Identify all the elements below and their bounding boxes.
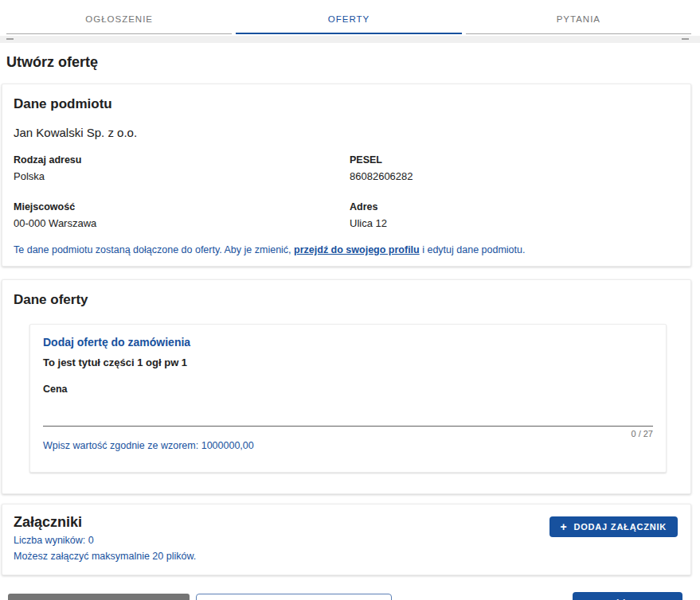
- field-label: Miejscowość: [14, 201, 350, 212]
- tab-oferty[interactable]: Oferty: [236, 3, 461, 34]
- cancel-offer-button[interactable]: ✕ Anuluj tworzenie oferty: [8, 594, 190, 600]
- char-counter: 0 / 27: [43, 429, 653, 438]
- field-value: 00-000 Warszawa: [14, 217, 350, 229]
- plus-icon: +: [561, 521, 568, 532]
- save-draft-button[interactable]: Zapisz wersję roboczą oferty: [196, 594, 391, 600]
- scrollbar-thumb-right[interactable]: [682, 38, 689, 40]
- field-value: Ulica 12: [350, 217, 678, 229]
- tab-ogloszenie[interactable]: Ogłoszenie: [6, 3, 232, 34]
- add-attachment-button[interactable]: + Dodaj załącznik: [549, 516, 678, 537]
- main-content: Utwórz ofertę Dane podmiotu Jan Kowalski…: [0, 54, 700, 600]
- results-count: Liczba wyników: 0: [14, 535, 196, 546]
- tab-pytania[interactable]: Pytania: [466, 3, 691, 34]
- price-label: Cena: [43, 384, 653, 395]
- offer-part-title: To jest tytuł części 1 ogł pw 1: [43, 356, 653, 368]
- profile-link[interactable]: przejdź do swojego profilu: [294, 244, 420, 255]
- horizontal-scrollbar[interactable]: [0, 36, 700, 43]
- entity-card-title: Dane podmiotu: [14, 96, 678, 112]
- submit-offer-button[interactable]: ✓ Złóż ofertę: [573, 592, 682, 600]
- attachments-header-text: Załączniki Liczba wyników: 0 Możesz załą…: [14, 514, 196, 562]
- max-files-note: Możesz załączyć maksymalnie 20 plików.: [14, 551, 196, 562]
- attachments-title: Załączniki: [14, 514, 196, 531]
- field-label: PESEL: [350, 154, 678, 166]
- footer-actions: ✕ Anuluj tworzenie oferty Zapisz wersję …: [8, 592, 682, 600]
- entity-card: Dane podmiotu Jan Kowalski Sp. z o.o. Ro…: [2, 84, 691, 267]
- offer-inner-card: Dodaj ofertę do zamówienia To jest tytuł…: [29, 324, 667, 473]
- field-label: Adres: [350, 201, 678, 212]
- scrollbar-thumb-left[interactable]: [6, 38, 14, 40]
- entity-note: Te dane podmiotu zostaną dołączone do of…: [14, 244, 678, 255]
- field-pesel: PESEL 86082606282: [350, 154, 678, 182]
- page-title: Utwórz ofertę: [6, 54, 691, 71]
- entity-name: Jan Kowalski Sp. z o.o.: [14, 126, 678, 139]
- field-adres: Adres Ulica 12: [350, 201, 678, 229]
- price-input[interactable]: [43, 395, 653, 427]
- tab-bar: Ogłoszenie Oferty Pytania: [0, 3, 700, 34]
- add-attachment-label: Dodaj załącznik: [574, 522, 667, 532]
- field-rodzaj-adresu: Rodzaj adresu Polska: [14, 154, 350, 182]
- note-prefix: Te dane podmiotu zostaną dołączone do of…: [14, 244, 294, 255]
- field-label: Rodzaj adresu: [14, 154, 350, 166]
- offer-card-title: Dane oferty: [14, 292, 678, 308]
- field-value: Polska: [14, 170, 350, 182]
- note-suffix: i edytuj dane podmiotu.: [420, 244, 526, 255]
- attachments-card: Załączniki Liczba wyników: 0 Możesz załą…: [2, 504, 691, 575]
- price-format-hint: Wpisz wartość zgodnie ze wzorem: 1000000…: [43, 440, 653, 451]
- field-miejscowosc: Miejscowość 00-000 Warszawa: [14, 201, 350, 229]
- field-value: 86082606282: [350, 170, 678, 182]
- entity-fields: Rodzaj adresu Polska PESEL 86082606282 M…: [14, 154, 678, 229]
- offer-inner-title: Dodaj ofertę do zamówienia: [43, 336, 653, 349]
- offer-card: Dane oferty Dodaj ofertę do zamówienia T…: [2, 279, 691, 494]
